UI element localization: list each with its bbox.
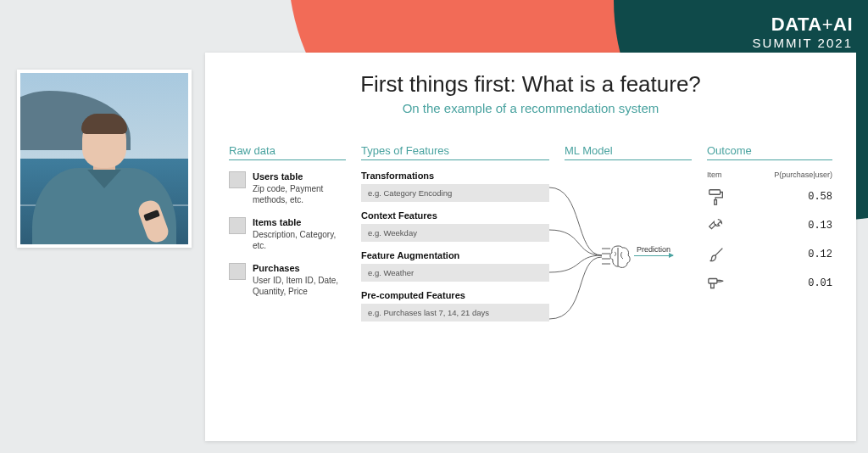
feature-group: Feature Augmentation e.g. Weather — [361, 250, 549, 282]
svg-rect-5 — [715, 200, 717, 205]
column-model: ML Model — [565, 144, 692, 349]
column-heading: ML Model — [565, 144, 692, 160]
feature-example: e.g. Weather — [361, 264, 549, 282]
brain-icon — [602, 243, 634, 271]
outcome-header-prob: P(purchase|user) — [774, 171, 832, 179]
raw-item-title: Items table — [253, 216, 346, 229]
feature-example: e.g. Category Encoding — [361, 184, 549, 202]
column-outcome: Outcome Item P(purchase|user) 0.58 — [707, 144, 832, 349]
feature-label: Transformations — [361, 171, 549, 181]
feature-group: Pre-computed Features e.g. Purchases las… — [361, 290, 549, 322]
event-logo: DATA+AI SUMMIT 2021 — [753, 14, 853, 50]
outcome-header-item: Item — [707, 171, 722, 179]
outcome-value: 0.58 — [808, 191, 832, 203]
raw-data-item: Users table Zip code, Payment methods, e… — [229, 171, 346, 206]
column-raw-data: Raw data Users table Zip code, Payment m… — [229, 144, 346, 349]
column-heading: Types of Features — [361, 144, 549, 160]
event-logo-line1: DATA+AI — [753, 14, 853, 36]
raw-item-title: Users table — [253, 171, 346, 183]
feature-group: Transformations e.g. Category Encoding — [361, 171, 549, 202]
outcome-row: 0.01 — [707, 274, 832, 293]
feature-example: e.g. Weekday — [361, 224, 549, 242]
drill-icon — [707, 274, 726, 293]
paint-roller-icon — [707, 187, 726, 206]
feature-label: Feature Augmentation — [361, 250, 549, 260]
slide-title: First things first: What is a feature? — [229, 71, 832, 98]
outcome-row: 0.58 — [707, 187, 832, 206]
table-icon — [229, 171, 246, 188]
svg-rect-4 — [709, 190, 721, 195]
feature-example: e.g. Purchases last 7, 14, 21 days — [361, 304, 549, 322]
raw-item-desc: User ID, Item ID, Date, Quantity, Price — [253, 276, 338, 297]
raw-item-desc: Description, Category, etc. — [253, 230, 336, 251]
column-heading: Outcome — [707, 144, 832, 160]
feature-label: Pre-computed Features — [361, 290, 549, 300]
svg-rect-6 — [709, 279, 717, 284]
event-logo-line2: SUMMIT 2021 — [753, 36, 853, 50]
raw-item-title: Purchases — [253, 262, 346, 275]
paint-brush-icon — [707, 245, 726, 264]
feature-group: Context Features e.g. Weekday — [361, 210, 549, 242]
table-icon — [229, 263, 246, 280]
outcome-value: 0.01 — [808, 277, 832, 289]
slide-subtitle: On the example of a recommendation syste… — [229, 101, 832, 115]
column-heading: Raw data — [229, 144, 346, 160]
presentation-slide: First things first: What is a feature? O… — [205, 53, 856, 441]
feature-label: Context Features — [361, 210, 549, 221]
outcome-row: 0.13 — [707, 216, 832, 235]
speaker-video-thumbnail — [17, 70, 192, 248]
raw-data-item: Items table Description, Category, etc. — [229, 216, 346, 252]
prediction-label: Prediction — [637, 245, 670, 254]
outcome-value: 0.12 — [808, 249, 832, 260]
column-features: Types of Features Transformations e.g. C… — [361, 144, 549, 349]
outcome-value: 0.13 — [808, 220, 832, 232]
wrench-icon — [707, 216, 726, 235]
arrow-right-icon — [634, 255, 673, 256]
table-icon — [229, 217, 246, 234]
raw-data-item: Purchases User ID, Item ID, Date, Quanti… — [229, 262, 346, 298]
raw-item-desc: Zip code, Payment methods, etc. — [253, 184, 323, 205]
outcome-row: 0.12 — [707, 245, 832, 264]
